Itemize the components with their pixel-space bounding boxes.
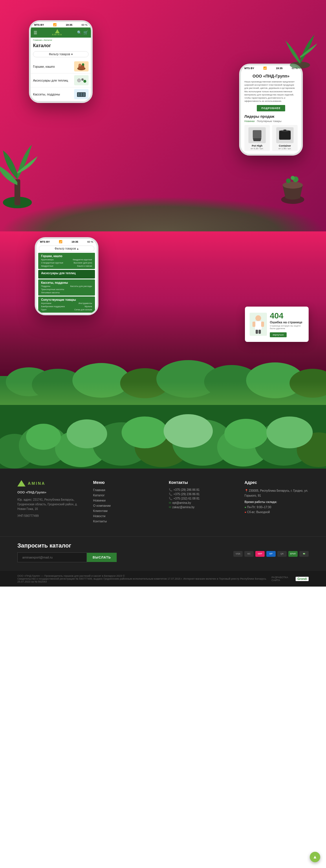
tab-new[interactable]: Новинки [244, 120, 255, 123]
footer-company-unp: УНП 590777499 [18, 514, 82, 518]
svg-rect-9 [81, 93, 82, 96]
cat-item-4-1[interactable]: Агроткани [41, 302, 51, 305]
middle-section: MTS BY 📶 19:35 60 % Фильтр товаров ▴ Гор… [0, 231, 326, 405]
svg-rect-24 [255, 321, 262, 330]
plant-left [0, 127, 52, 208]
phone2-wifi-icon: 📶 [263, 66, 267, 70]
cat-item-1-6[interactable]: Кашпо и миски [77, 265, 92, 267]
footer-menu-news[interactable]: Новости [93, 514, 157, 518]
newsletter-section: Запросить каталог ВЫСЛАТЬ VISA MC МИР WP… [0, 536, 326, 571]
svg-point-48 [26, 424, 61, 450]
footer-logo-triangle [18, 480, 26, 487]
cat-item-4-6[interactable]: Сетка для кольев [75, 308, 92, 311]
catalog-item-1[interactable]: Горшки, кашпо [31, 60, 91, 73]
cat-item-4-4[interactable]: Мульча [85, 305, 92, 308]
product-price-1: от 0.20 / шт. [246, 147, 268, 150]
cat-item-1-4[interactable]: Высокие (для роз) [73, 261, 92, 264]
phone3-filter-bar[interactable]: Фильтр товаров ▴ [39, 246, 94, 252]
footer-email-opt: ✉ opt@amina.by [169, 501, 233, 504]
svg-rect-11 [253, 130, 261, 138]
cat-item-1-5[interactable]: Квадратные [41, 265, 53, 267]
footer-menu-title: Меню [93, 480, 157, 485]
svg-rect-25 [253, 322, 255, 327]
company-desc: Наша производственная компания предлагае… [244, 80, 298, 103]
filter-cat-1-items-3: Квадратные Кашпо и миски [41, 264, 92, 267]
product-card-1[interactable]: Pot High от 0.20 / шт. [244, 125, 270, 151]
cat-item-1-1[interactable]: Крупномеры [41, 258, 54, 261]
phone1-breadcrumb: Главная • Каталог [31, 38, 91, 42]
filter-cat-1[interactable]: Горшки, кашпо Крупномеры Квадратно-кругл… [38, 253, 95, 269]
payment-mc: MC [244, 551, 254, 557]
footer-menu-contacts[interactable]: Контакты [93, 520, 157, 523]
footer-menu-catalog[interactable]: Каталог [93, 493, 157, 497]
cart-icon[interactable]: 🛒 [83, 30, 88, 35]
svg-rect-14 [284, 130, 286, 132]
error-title: Ошибка на странице [270, 320, 304, 324]
svg-point-4 [77, 79, 81, 82]
filter-cat-1-items: Крупномеры Квадратно-круглые [41, 258, 92, 261]
hamburger-icon[interactable]: ☰ [34, 30, 37, 35]
more-button[interactable]: ПОДРОБНЕЕ [257, 105, 286, 111]
svg-point-2 [79, 64, 81, 66]
svg-rect-10 [83, 93, 85, 96]
footer-menu-new[interactable]: Новинки [93, 499, 157, 502]
filter-cat-2[interactable]: Аксессуары для теплиц [38, 270, 95, 279]
footer-menu-home[interactable]: Главная [93, 488, 157, 492]
footer-phone-1: 📞 +375 (29) 286 86 81 [169, 488, 233, 491]
footer-address-title: Адрес [245, 480, 309, 485]
cat-item-3-4[interactable]: Литьевые кассеты [41, 291, 60, 294]
search-icon[interactable]: 🔍 [77, 30, 82, 35]
phone1-logo: AMINA [52, 29, 62, 36]
svg-point-6 [83, 80, 86, 83]
svg-point-23 [255, 315, 261, 321]
footer-plants-scene [0, 405, 326, 469]
developer-label: РАЗРАБОТКА САЙТА [272, 576, 294, 582]
catalog-item-3-img [74, 89, 89, 99]
newsletter-button[interactable]: ВЫСЛАТЬ [87, 553, 117, 562]
pot-bottom [277, 174, 308, 205]
product-card-2[interactable]: Container от 1.50 / шт. [272, 125, 298, 151]
catalog-item-2[interactable]: Аксессуары для теплиц [31, 73, 91, 87]
cat-item-3-2[interactable]: Кассеты для рассады [70, 285, 92, 287]
error-code: 404 [270, 311, 304, 320]
phone3-filter-label: Фильтр товаров [55, 247, 76, 250]
newsletter-title: Запросить каталог [18, 542, 117, 549]
svg-point-19 [283, 182, 303, 189]
phone1-wifi-icon: 📶 [53, 23, 56, 26]
filter-cat-1-items-2: Стандартные круглые Высокие (для роз) [41, 261, 92, 264]
svg-point-52 [225, 419, 268, 449]
payment-erip: ЕРИП [288, 551, 298, 557]
cat-item-4-5[interactable]: Грунт [41, 308, 47, 311]
footer-hours-weekdays: ● Пн-Пт: 9:00–17:30 [245, 505, 309, 509]
phone1-carrier: MTS BY [34, 24, 44, 26]
filter-cat-3[interactable]: Кассеты, поддоны Поддоны Кассеты для рас… [38, 279, 95, 296]
phone-icon-3: 📞 [169, 497, 172, 500]
cat-item-4-3[interactable]: Бамбуковая поддержка [41, 305, 65, 308]
error-back-button[interactable]: вернуться [270, 332, 287, 337]
footer-bottom: ООО «ПНД-Групп» — Производитель горшков … [0, 571, 326, 587]
filter-cat-4[interactable]: Сопутствующие товары Агроткани Инструмен… [38, 297, 95, 313]
footer-contacts-col: Контакты 📞 +375 (29) 286 86 81 📞 +375 (2… [169, 480, 233, 525]
footer-menu-clients[interactable]: Клиентам [93, 509, 157, 513]
cat-item-1-2[interactable]: Квадратно-круглые [73, 258, 92, 261]
cat-item-3-3[interactable]: Транспортные кассеты [41, 288, 64, 291]
developer-name[interactable]: Grondi [296, 577, 308, 581]
footer-contacts-title: Контакты [169, 480, 233, 485]
tab-popular[interactable]: Популярные товары [257, 120, 281, 123]
footer-menu-about[interactable]: О компании [93, 504, 157, 507]
cat-item-4-2[interactable]: Инструменты [79, 302, 92, 305]
catalog-item-3[interactable]: Кассеты, поддоны [31, 87, 91, 101]
footer-email-zakaz: ✉ zakaz@amina.by [169, 505, 233, 509]
product-img-2 [276, 127, 294, 143]
error-desc: Страница которую вы ищете была удалена [270, 324, 304, 330]
cat-item-3-1[interactable]: Поддоны [41, 285, 50, 287]
payment-cash: 💵 [299, 551, 308, 557]
hours-dot-2: ● [245, 510, 247, 514]
products-row: Pot High от 0.20 / шт. Co [244, 125, 298, 151]
bottom-plants [0, 347, 326, 405]
footer-logo-text: AMINA [28, 481, 46, 486]
newsletter-input[interactable] [18, 553, 87, 562]
email-icon-2: ✉ [169, 505, 171, 509]
filter-bar[interactable]: Фильтр товаров ▾ [33, 51, 89, 57]
cat-item-1-3[interactable]: Стандартные круглые [41, 261, 63, 264]
